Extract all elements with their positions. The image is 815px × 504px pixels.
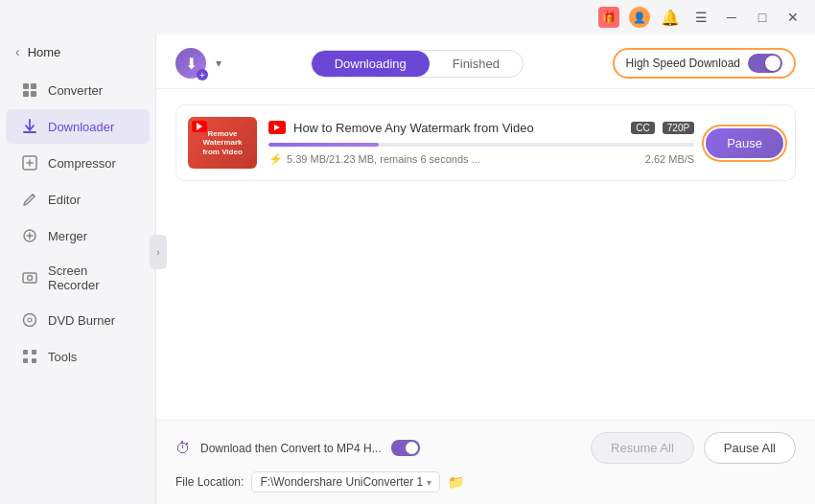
convert-label: Download then Convert to MP4 H...	[200, 442, 382, 455]
timer-icon: ⏱	[175, 440, 191, 457]
resume-all-button[interactable]: Resume All	[591, 432, 694, 464]
folder-icon[interactable]: 📁	[448, 474, 464, 490]
sidebar-nav: Converter Downloader Compressor	[0, 69, 155, 378]
download-size-info: 5.39 MB/21.23 MB, remains 6 seconds ...	[287, 153, 480, 165]
editor-icon	[21, 191, 38, 208]
back-arrow-icon: ‹	[15, 44, 20, 59]
flash-icon: ⚡	[268, 152, 283, 166]
logo-chevron-icon: ▾	[216, 57, 221, 70]
merger-icon	[21, 227, 38, 244]
svg-rect-11	[23, 350, 28, 355]
chevron-down-icon: ▾	[427, 477, 431, 488]
svg-rect-7	[23, 273, 36, 283]
download-meta: ⚡ 5.39 MB/21.23 MB, remains 6 seconds ..…	[268, 152, 694, 166]
download-info: How to Remove Any Watermark from Video C…	[268, 121, 694, 166]
pause-button[interactable]: Pause	[706, 128, 783, 158]
back-label: Home	[28, 45, 61, 59]
sidebar-item-downloader[interactable]: Downloader	[6, 109, 150, 144]
menu-icon[interactable]: ☰	[690, 7, 711, 28]
sidebar-item-dvd-burner[interactable]: DVD Burner	[6, 303, 150, 337]
video-title: How to Remove Any Watermark from Video	[293, 121, 623, 135]
location-label: File Location:	[175, 475, 244, 489]
sidebar-item-downloader-label: Downloader	[48, 120, 114, 134]
maximize-icon[interactable]: □	[752, 7, 773, 28]
back-button[interactable]: ‹ Home	[0, 34, 155, 69]
footer-actions: Resume All Pause All	[591, 432, 796, 464]
quality-badge: 720P	[663, 122, 694, 134]
bell-icon[interactable]: 🔔	[660, 7, 681, 28]
convert-toggle[interactable]	[391, 440, 420, 456]
speed-toggle-container: High Speed Download	[613, 48, 796, 79]
download-list: RemoveWatermarkfrom Video How to Remove …	[156, 89, 815, 420]
sidebar-collapse-button[interactable]: ›	[150, 235, 167, 269]
meta-left: ⚡ 5.39 MB/21.23 MB, remains 6 seconds ..…	[268, 152, 480, 166]
titlebar: 🎁 👤 🔔 ☰ ─ □ ✕	[0, 0, 815, 34]
svg-point-8	[28, 276, 33, 281]
download-item: RemoveWatermarkfrom Video How to Remove …	[175, 104, 796, 181]
main-content: ⬇ + ▾ Downloading Finished High Speed Do…	[156, 0, 815, 504]
logo-area: ⬇ + ▾	[175, 48, 221, 79]
dvd-burner-icon	[21, 311, 38, 329]
svg-rect-3	[31, 91, 36, 97]
tab-downloading[interactable]: Downloading	[312, 51, 430, 77]
youtube-play-icon	[197, 123, 202, 130]
cc-badge: CC	[631, 122, 654, 134]
svg-rect-13	[23, 358, 28, 363]
svg-rect-0	[23, 83, 29, 89]
screen-recorder-icon	[21, 269, 38, 286]
tab-switcher: Downloading Finished	[311, 50, 524, 78]
location-value: F:\Wondershare UniConverter 1	[260, 475, 423, 489]
sidebar-item-merger-label: Merger	[48, 229, 87, 243]
minimize-icon[interactable]: ─	[721, 7, 742, 28]
svg-rect-14	[32, 358, 36, 363]
youtube-icon-small	[268, 121, 286, 134]
sidebar-item-merger[interactable]: Merger	[6, 218, 150, 253]
tools-icon	[21, 348, 38, 365]
sidebar-item-converter-label: Converter	[48, 83, 103, 98]
speed-label: High Speed Download	[626, 57, 740, 70]
footer: ⏱ Download then Convert to MP4 H... Resu…	[156, 420, 815, 504]
svg-point-10	[28, 318, 32, 322]
downloader-icon	[21, 118, 38, 135]
speed-toggle-switch[interactable]	[748, 54, 782, 73]
svg-rect-2	[23, 91, 29, 97]
sidebar-item-screen-recorder[interactable]: Screen Recorder	[6, 255, 150, 301]
logo-plus-icon: +	[197, 69, 208, 80]
converter-icon	[21, 81, 38, 99]
toggle-knob	[765, 56, 780, 71]
sidebar-item-editor-label: Editor	[48, 193, 81, 207]
convert-toggle-knob	[406, 442, 418, 454]
tab-finished[interactable]: Finished	[430, 51, 523, 77]
pause-all-button[interactable]: Pause All	[704, 432, 796, 464]
svg-point-9	[24, 314, 36, 327]
footer-location: File Location: F:\Wondershare UniConvert…	[175, 471, 796, 493]
sidebar-item-dvd-burner-label: DVD Burner	[48, 313, 115, 328]
sidebar-item-compressor-label: Compressor	[48, 156, 116, 171]
video-thumbnail: RemoveWatermarkfrom Video	[188, 117, 257, 169]
compressor-icon	[21, 154, 38, 172]
close-icon[interactable]: ✕	[782, 7, 803, 28]
sidebar-item-screen-recorder-label: Screen Recorder	[48, 263, 134, 292]
svg-rect-1	[31, 83, 36, 89]
sidebar-item-tools[interactable]: Tools	[6, 339, 150, 374]
footer-convert-option: ⏱ Download then Convert to MP4 H...	[175, 440, 420, 457]
user-icon[interactable]: 👤	[629, 7, 650, 28]
youtube-badge	[192, 121, 207, 132]
location-dropdown[interactable]: F:\Wondershare UniConverter 1 ▾	[251, 471, 440, 493]
main-header: ⬇ + ▾ Downloading Finished High Speed Do…	[156, 34, 815, 89]
download-speed: 2.62 MB/S	[645, 153, 694, 165]
sidebar-item-compressor[interactable]: Compressor	[6, 146, 150, 180]
app-logo: ⬇ +	[175, 48, 206, 79]
sidebar-item-converter[interactable]: Converter	[6, 73, 150, 107]
sidebar-item-editor[interactable]: Editor	[6, 182, 150, 217]
yt-play-small-icon	[274, 125, 280, 130]
svg-rect-12	[32, 350, 36, 355]
progress-bar-container	[268, 143, 694, 147]
sidebar-item-tools-label: Tools	[48, 350, 77, 364]
titlebar-icons: 🎁 👤 🔔 ☰ ─ □ ✕	[598, 7, 803, 28]
gift-icon[interactable]: 🎁	[598, 7, 619, 28]
sidebar: ‹ Home Converter Downloader	[0, 0, 156, 504]
progress-bar-fill	[268, 143, 379, 147]
footer-top: ⏱ Download then Convert to MP4 H... Resu…	[175, 432, 796, 464]
download-title-row: How to Remove Any Watermark from Video C…	[268, 121, 694, 135]
